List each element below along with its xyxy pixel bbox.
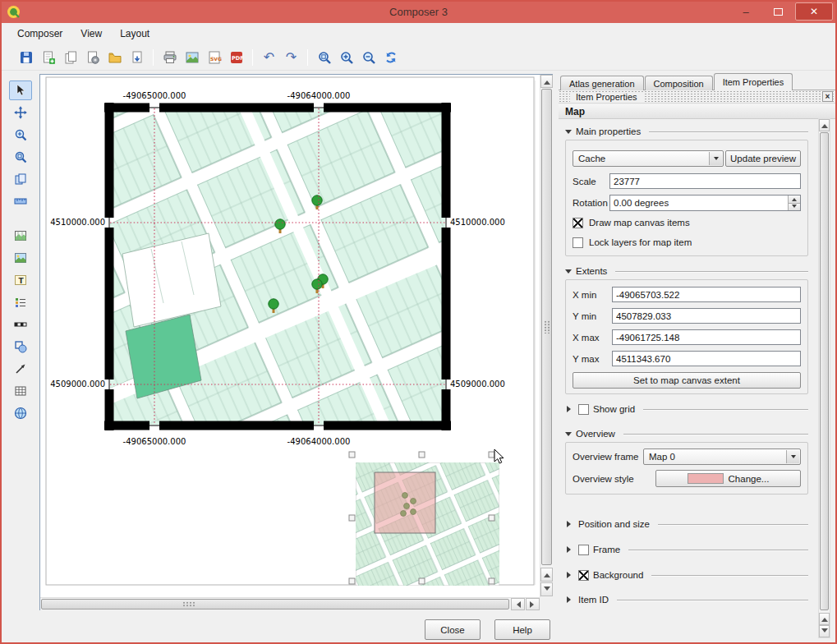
background-checkbox[interactable] — [578, 570, 589, 581]
scroll-left-button[interactable] — [511, 598, 525, 610]
draw-canvas-items-checkbox[interactable] — [573, 218, 583, 228]
composition-canvas[interactable]: -49065000.000 -49064000.000 -49065000.00… — [39, 74, 553, 610]
map-item[interactable]: -49065000.000 -49064000.000 -49065000.00… — [50, 75, 505, 461]
add-new-legend-tool[interactable] — [9, 292, 32, 312]
panel-scroll-down-button[interactable] — [819, 625, 830, 637]
close-button[interactable]: ✕ — [795, 2, 833, 21]
titlebar[interactable]: Composer 3 – ✕ — [2, 2, 835, 23]
scroll-down-button[interactable] — [540, 582, 553, 596]
panel-scroll-up-button[interactable] — [819, 119, 830, 131]
selection-handle[interactable] — [489, 515, 494, 521]
vertical-scroll-thumb[interactable] — [541, 89, 552, 565]
frame-collapser[interactable]: Frame — [565, 543, 808, 556]
overview-collapser[interactable]: Overview — [565, 427, 808, 440]
refresh-view-button[interactable] — [379, 47, 402, 68]
ymax-input[interactable] — [612, 351, 801, 366]
close-dialog-button[interactable]: Close — [425, 619, 481, 640]
zoom-full-button[interactable] — [313, 47, 335, 68]
add-html-frame-tool[interactable] — [9, 403, 32, 423]
selection-handle[interactable] — [349, 515, 355, 521]
print-button[interactable] — [159, 47, 181, 68]
load-template-button[interactable] — [103, 47, 126, 68]
add-basic-shape-tool[interactable] — [9, 337, 32, 356]
help-button[interactable]: Help — [494, 619, 550, 640]
add-new-map-tool[interactable] — [9, 226, 32, 246]
xmax-input[interactable] — [612, 329, 801, 345]
copy-composer-item-tool[interactable] — [9, 169, 32, 189]
item-id-collapser[interactable]: Item ID — [565, 593, 808, 606]
preview-mode-combobox[interactable]: Cache — [573, 150, 724, 167]
zoom-in-button[interactable] — [335, 47, 357, 68]
zoom-in-tool[interactable] — [9, 125, 32, 145]
save-project-button[interactable] — [15, 47, 37, 68]
panel-scrollbar[interactable] — [818, 118, 830, 638]
update-preview-button[interactable]: Update preview — [725, 150, 801, 167]
rotation-spinbox[interactable]: 0.00 degrees — [609, 195, 801, 211]
export-svg-button[interactable]: SVG — [203, 47, 225, 68]
panel-scroll-up-button-2[interactable] — [819, 613, 830, 625]
selection-handle[interactable] — [419, 452, 425, 458]
export-pdf-button[interactable]: PDF — [225, 47, 247, 68]
selection-handle[interactable] — [489, 578, 494, 584]
selection-handle[interactable] — [349, 452, 355, 458]
dock-titlebar[interactable]: Item Properties — [559, 90, 837, 104]
redo-button[interactable]: ↷ — [280, 47, 302, 68]
scroll-up-button-2[interactable] — [540, 568, 553, 582]
tab-item-properties[interactable]: Item Properties — [714, 73, 793, 90]
scroll-right-button[interactable] — [526, 598, 540, 610]
ymin-input[interactable] — [612, 308, 801, 324]
export-image-button[interactable] — [181, 47, 203, 68]
add-arrow-tool[interactable] — [9, 359, 32, 379]
spin-up-icon[interactable] — [788, 196, 800, 204]
selection-handle[interactable] — [349, 578, 355, 584]
panel-scroll-thumb[interactable] — [820, 132, 829, 610]
selection-handle[interactable] — [419, 578, 425, 584]
add-attribute-table-tool[interactable] — [9, 381, 32, 401]
background-collapser[interactable]: Background — [565, 568, 808, 582]
move-item-content-tool[interactable] — [9, 103, 32, 122]
overview-map-item[interactable] — [356, 462, 499, 586]
add-image-tool[interactable] — [9, 248, 32, 268]
rotation-row: Rotation 0.00 degrees — [573, 195, 801, 211]
add-new-scalebar-tool[interactable] — [9, 315, 32, 334]
scale-input[interactable] — [609, 173, 801, 189]
menu-composer[interactable]: Composer — [8, 25, 71, 43]
zoom-full-tool[interactable] — [9, 147, 32, 167]
overview-style-change-button[interactable]: Change... — [655, 470, 801, 487]
spinner-buttons[interactable] — [788, 196, 800, 210]
duplicate-composer-button[interactable] — [59, 47, 81, 68]
dock-close-icon[interactable] — [822, 91, 833, 102]
save-template-button[interactable] — [126, 47, 148, 68]
composer-manager-button[interactable] — [81, 47, 103, 68]
select-move-item-tool[interactable] — [9, 80, 32, 100]
minimize-button[interactable]: – — [731, 2, 761, 21]
lock-layers-checkbox[interactable] — [573, 237, 583, 248]
show-grid-collapser[interactable]: Show grid — [565, 402, 808, 416]
tab-atlas-generation[interactable]: Atlas generation — [560, 76, 644, 90]
new-composer-button[interactable] — [37, 47, 59, 68]
menu-view[interactable]: View — [71, 25, 111, 43]
menu-layout[interactable]: Layout — [111, 25, 159, 43]
tab-composition[interactable]: Composition — [645, 76, 713, 90]
horizontal-scroll-thumb[interactable] — [41, 599, 509, 610]
frame-checkbox[interactable] — [578, 545, 589, 555]
ruler-guides-tool[interactable] — [9, 191, 32, 211]
scroll-up-button[interactable] — [540, 75, 553, 88]
extents-collapser[interactable]: Extents — [565, 264, 808, 278]
xmin-input[interactable] — [612, 287, 801, 302]
canvas-horizontal-scrollbar[interactable] — [40, 597, 540, 610]
show-grid-checkbox[interactable] — [578, 404, 589, 415]
position-and-size-collapser[interactable]: Position and size — [565, 518, 808, 531]
right-arrow-icon — [530, 601, 537, 608]
add-new-label-tool[interactable]: T — [9, 270, 32, 290]
spin-down-icon[interactable] — [788, 204, 800, 211]
main-properties-collapser[interactable]: Main properties — [565, 125, 808, 138]
composer-page-view[interactable]: -49065000.000 -49064000.000 -49065000.00… — [40, 75, 540, 597]
overview-frame-combobox[interactable]: Map 0 — [643, 448, 801, 465]
selection-handle[interactable] — [489, 452, 494, 458]
undo-button[interactable]: ↶ — [258, 47, 280, 68]
zoom-out-button[interactable] — [357, 47, 379, 68]
maximize-button[interactable] — [763, 2, 793, 21]
canvas-vertical-scrollbar[interactable] — [540, 75, 553, 597]
set-to-map-canvas-extent-button[interactable]: Set to map canvas extent — [573, 372, 801, 389]
